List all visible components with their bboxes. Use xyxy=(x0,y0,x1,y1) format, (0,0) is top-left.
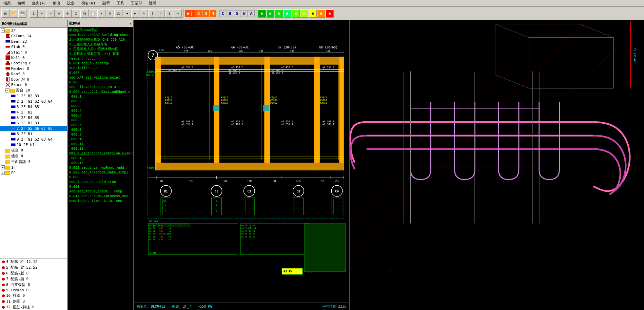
tree-item-pingmian0[interactable]: 平面資訊 0 xyxy=(0,159,67,165)
tree-item-col14[interactable]: Column 14 xyxy=(0,33,67,39)
menu-export[interactable]: 輸出 xyxy=(51,0,62,6)
toolbar-green6[interactable]: ▣ xyxy=(300,9,308,18)
toolbar-btn-line[interactable]: ⁞ xyxy=(148,9,156,18)
play-btn[interactable]: ▶| xyxy=(185,10,195,17)
toolbar-btn-save[interactable]: 💾 xyxy=(18,9,26,18)
toolbar-btn-arr1[interactable]: ← xyxy=(38,9,46,18)
tree-item-2f[interactable]: − 2F xyxy=(0,28,67,33)
toolbar-btn-check[interactable]: ✓ xyxy=(157,9,165,18)
menu-view[interactable]: 顯示 xyxy=(100,0,112,6)
menu-help[interactable]: 說明 xyxy=(147,0,158,6)
tree-item-g6[interactable]: 6 2F B2 B3 xyxy=(0,120,67,126)
tree-item-member0[interactable]: Member 0 xyxy=(0,66,67,71)
toolbar-green4[interactable]: ▣ xyxy=(283,9,291,18)
toolbar-green2[interactable]: ▣ xyxy=(266,9,274,18)
tree-item-liangtai10[interactable]: − 梁台 10 xyxy=(0,87,67,93)
cad-main-svg[interactable]: 7 A18 G5 (30×60) G6 (30×60) G7 (30×60) G… xyxy=(134,20,349,310)
toolbar-btn-paste[interactable]: 📋 xyxy=(89,9,97,18)
beam-g5-label: G5 (30×60) xyxy=(176,46,195,49)
menu-edit[interactable]: 編輯 xyxy=(16,0,27,6)
tree-item-g9[interactable]: 9 2F G1 G2 G3 G4 xyxy=(0,137,67,142)
letter-w[interactable]: W xyxy=(241,10,248,17)
tree-item-g7[interactable]: 7 2F G5 G6 G7 G8 xyxy=(0,126,67,131)
tree-item-stair0[interactable]: Stair 0 xyxy=(0,49,67,55)
menu-industry[interactable]: 工業部 xyxy=(129,0,144,6)
menu-tools[interactable]: 工具 xyxy=(115,0,126,6)
status-close-btn[interactable]: × xyxy=(130,21,132,26)
bottom-item-8[interactable]: 8 門窗模型 0 xyxy=(0,282,67,288)
tree-item-lutai0[interactable]: 爐台 0 xyxy=(0,153,67,159)
toolbar-btn-fit[interactable]: ⊡ xyxy=(72,9,80,18)
toolbar-btn-undo[interactable]: ↩ xyxy=(174,9,182,18)
tree-item-1f[interactable]: + 1F xyxy=(0,165,67,170)
letter-a[interactable]: A xyxy=(248,10,255,17)
toolbar-btn-draw[interactable]: ✎ xyxy=(140,9,148,18)
tree-item-g8[interactable]: 8 2F B1 xyxy=(0,131,67,137)
expand-liangtai[interactable]: − xyxy=(5,88,9,92)
bottom-item-4[interactable]: 4 配筋-柱 12,12 xyxy=(0,259,67,265)
bottom-item-9[interactable]: 9 Frames 0 xyxy=(0,288,67,293)
toolbar-btn-zoomout[interactable]: ⊖ xyxy=(63,9,72,18)
letter-b[interactable]: B xyxy=(227,10,233,17)
tree-item-brace0[interactable]: Brace 0 xyxy=(0,82,67,87)
toolbar-green3[interactable]: ▣ xyxy=(275,9,283,18)
toolbar-green1[interactable]: ▣ xyxy=(258,9,266,18)
expand-2f[interactable]: − xyxy=(1,28,5,33)
toolbar-btn-arr2[interactable]: → xyxy=(46,9,55,18)
expand-1f[interactable]: + xyxy=(1,165,5,169)
door-icon xyxy=(5,77,10,82)
toolbar-btn-zoom[interactable]: ⊕ xyxy=(55,9,63,18)
toolbar-green9[interactable]: ▣ xyxy=(326,9,334,18)
menu-settings[interactable]: 設定 xyxy=(65,0,77,6)
tree-item-bantai0[interactable]: 板台 0 xyxy=(0,147,67,153)
bottom-item-5[interactable]: 5 配筋-梁 52,52 xyxy=(0,265,67,270)
menu-query[interactable]: 查詢(A) xyxy=(30,0,48,6)
tree-item-wall0[interactable]: Wall 0 xyxy=(0,55,67,60)
menu-file[interactable]: 檔案 xyxy=(1,0,13,6)
tree-item-beam23[interactable]: Beam 23 xyxy=(0,39,67,44)
bottom-item-6[interactable]: 6 配筋-版 0 xyxy=(0,270,67,276)
toolbar-btn-1[interactable]: 1 xyxy=(30,9,38,18)
tree-item-footing0[interactable]: Footing 0 xyxy=(0,60,67,66)
bottom-item-7[interactable]: 7 配筋-牆 0 xyxy=(0,276,67,282)
svg-rect-54 xyxy=(214,57,219,170)
tree-item-g4[interactable]: 4 2F b2 xyxy=(0,109,67,115)
toolbar-green7[interactable]: ▣ xyxy=(309,9,317,18)
bottom-item-10[interactable]: 10 柱線 0 xyxy=(0,293,67,298)
toolbar-btn-arr3[interactable]: ◄ xyxy=(123,9,131,18)
tree-item-g1[interactable]: 1 2F B2 B3 xyxy=(0,93,67,99)
toolbar-green8[interactable]: ▣ xyxy=(317,9,325,18)
toolbar-btn-new[interactable]: ▤ xyxy=(1,9,9,18)
tree-item-g5[interactable]: 5 2F B4 B5 xyxy=(0,115,67,120)
num-btn-4[interactable]: 4 xyxy=(210,10,216,17)
toolbar-btn-prop[interactable]: ⚙ xyxy=(106,9,114,18)
toolbar-btn-open[interactable]: 📂 xyxy=(10,9,18,18)
right-3d-panel[interactable]: G5 (30×60) xyxy=(349,20,644,310)
center-viewport[interactable]: 7 A18 G5 (30×60) G6 (30×60) G7 (30×60) G… xyxy=(134,20,349,310)
bottom-item-12[interactable]: 12 配筋-斜柱 0 xyxy=(0,304,67,310)
toolbar-btn-copy[interactable]: ⧉ xyxy=(80,9,89,18)
toolbar-btn-info[interactable]: ℹ xyxy=(165,9,173,18)
bottom-item-11[interactable]: 11 剖圖 0 xyxy=(0,298,67,304)
status-line-16: ,000.6 xyxy=(69,118,132,123)
tree-item-g2[interactable]: 2 2F G1 G2 G3 G4 xyxy=(0,99,67,104)
toolbar-btn-del[interactable]: ✕ xyxy=(97,9,105,18)
menu-window[interactable]: 視窗(W) xyxy=(79,0,98,6)
tree-item-roof0[interactable]: Roof 0 xyxy=(0,71,67,77)
letter-c[interactable]: C xyxy=(219,10,226,17)
expand-pc[interactable]: + xyxy=(1,171,5,175)
tree-container[interactable]: − 2F Column 14 Beam 23 Slab 0 Stair xyxy=(0,28,67,259)
tree-item-g10[interactable]: 10 2F b1 xyxy=(0,142,67,147)
letter-s[interactable]: S xyxy=(234,10,240,17)
dot-12 xyxy=(2,306,5,309)
status-content[interactable]: 歡迎使用RCAD系統 complete .\RCAD_Building_cons… xyxy=(68,27,133,310)
tree-item-g3[interactable]: 3 2F B4 B5 xyxy=(0,104,67,109)
toolbar-btn-arr4[interactable]: ► xyxy=(131,9,139,18)
tree-item-pc[interactable]: + PC xyxy=(0,170,67,175)
toolbar-btn-3d[interactable]: 3D xyxy=(114,9,122,18)
toolbar-green5[interactable]: ▣ xyxy=(292,9,300,18)
num-btn-2[interactable]: 2 xyxy=(195,10,202,17)
num-btn-3[interactable]: 3 xyxy=(202,10,209,17)
tree-item-slab0[interactable]: Slab 0 xyxy=(0,44,67,49)
tree-item-doorw0[interactable]: Door.W 0 xyxy=(0,77,67,82)
